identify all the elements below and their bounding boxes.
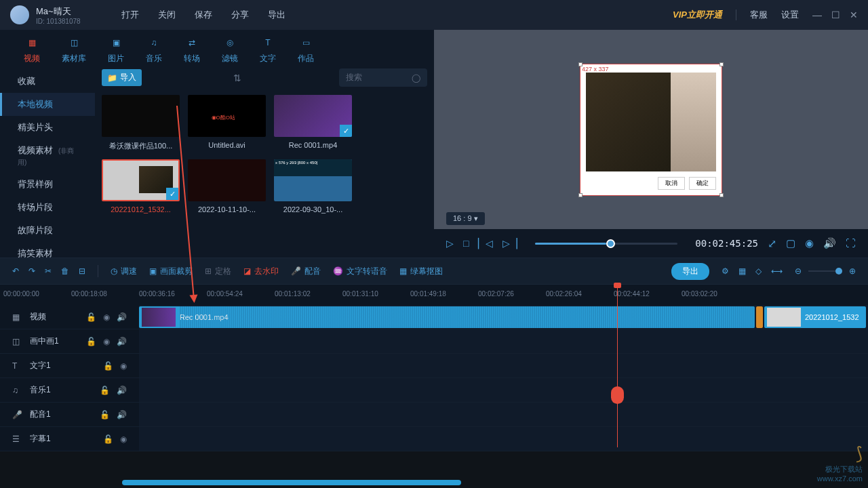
tab-transition[interactable]: ⇄转场	[184, 35, 200, 64]
lock-icon[interactable]: 🔓	[103, 361, 113, 371]
speed-button[interactable]: ◷调速	[111, 266, 137, 277]
playhead-handle[interactable]	[614, 283, 621, 288]
fullscreen-icon[interactable]: ⛶	[846, 237, 856, 249]
lock-icon[interactable]: 🔓	[103, 434, 113, 444]
cancel-button[interactable]: 取消	[658, 177, 685, 190]
tab-filter[interactable]: ◎滤镜	[222, 35, 238, 64]
media-thumb[interactable]: 2022-10-11-10-...	[188, 159, 266, 214]
audio-icon[interactable]: 🔊	[117, 386, 127, 395]
camera-icon[interactable]: ◉	[805, 237, 814, 249]
tab-music[interactable]: ♫音乐	[146, 35, 162, 64]
split-icon[interactable]: ⊟	[79, 266, 85, 276]
sidebar-item-funny[interactable]: 搞笑素材	[0, 242, 95, 265]
import-button[interactable]: 📁导入	[102, 69, 142, 86]
screen-icon[interactable]: ▢	[786, 237, 795, 249]
menu-export[interactable]: 导出	[268, 9, 285, 21]
record-marker[interactable]	[611, 386, 624, 404]
zoom-in-icon[interactable]: ⊕	[849, 266, 856, 276]
preview-canvas[interactable]: 427 x 337 取消 确定	[434, 30, 868, 229]
resize-handle[interactable]	[719, 62, 724, 66]
cut-icon[interactable]: ✂	[45, 266, 52, 276]
tab-text[interactable]: T文字	[260, 35, 276, 64]
play-icon[interactable]: ▷	[446, 238, 454, 249]
tab-works[interactable]: ▭作品	[298, 35, 314, 64]
zoom-out-icon[interactable]: ⊖	[795, 266, 802, 276]
preview-frame[interactable]: 427 x 337 取消 确定	[580, 64, 722, 196]
maximize-icon[interactable]: ☐	[831, 9, 840, 20]
stop-icon[interactable]: □	[463, 238, 469, 249]
sidebar-item-video-assets[interactable]: 视频素材(非商用)	[0, 139, 95, 173]
progress-thumb[interactable]	[606, 239, 615, 248]
gear-icon[interactable]: ⚙	[722, 266, 729, 276]
video-clip[interactable]: Rec 0001.mp4	[139, 306, 755, 328]
chroma-button[interactable]: ▦绿幕抠图	[399, 266, 443, 277]
track-content[interactable]	[139, 354, 868, 378]
sidebar-item-backgrounds[interactable]: 背景样例	[0, 173, 95, 196]
redo-icon[interactable]: ↷	[28, 266, 35, 276]
shield-icon[interactable]: ◇	[755, 266, 762, 276]
resize-handle[interactable]	[719, 193, 724, 197]
minimize-icon[interactable]: —	[812, 9, 822, 20]
avatar[interactable]	[10, 5, 29, 24]
resize-handle[interactable]	[578, 193, 583, 197]
media-thumb[interactable]: ◉O酷O站Untitled.avi	[188, 95, 266, 151]
menu-open[interactable]: 打开	[121, 9, 139, 21]
freeze-button[interactable]: ⊞定格	[205, 266, 231, 277]
sidebar-item-transitions[interactable]: 转场片段	[0, 196, 95, 219]
confirm-button[interactable]: 确定	[689, 177, 716, 190]
tab-library[interactable]: ◫素材库	[62, 35, 86, 64]
settings-link[interactable]: 设置	[781, 9, 799, 21]
menu-close[interactable]: 关闭	[158, 9, 176, 21]
sort-icon[interactable]: ⇅	[233, 73, 241, 83]
lock-icon[interactable]: 🔓	[100, 386, 110, 395]
volume-icon[interactable]: 🔊	[823, 237, 836, 249]
video-clip[interactable]: 20221012_1532	[764, 306, 866, 328]
aspect-ratio[interactable]: 16 : 9 ▾	[446, 212, 485, 225]
eye-icon[interactable]: ◉	[103, 312, 110, 322]
media-thumb[interactable]: ✓Rec 0001.mp4	[274, 95, 352, 151]
audio-icon[interactable]: 🔊	[117, 312, 127, 322]
audio-icon[interactable]: 🔊	[117, 337, 127, 346]
zoom-slider[interactable]	[808, 270, 842, 272]
lock-icon[interactable]: 🔓	[86, 337, 96, 346]
customer-service[interactable]: 客服	[750, 9, 768, 21]
fit-icon[interactable]: ⟷	[771, 266, 783, 276]
zoom-thumb[interactable]	[835, 268, 842, 274]
sidebar-item-local-video[interactable]: 本地视频	[0, 93, 95, 116]
sidebar-item-intro[interactable]: 精美片头	[0, 116, 95, 139]
eye-icon[interactable]: ◉	[120, 361, 127, 371]
grid-icon[interactable]: ▦	[738, 266, 746, 276]
undo-icon[interactable]: ↶	[12, 266, 19, 276]
audio-icon[interactable]: 🔊	[117, 410, 127, 420]
track-content[interactable]	[139, 403, 868, 426]
prev-icon[interactable]: ▏◁	[478, 238, 493, 249]
tts-button[interactable]: ♒文字转语音	[333, 266, 387, 277]
track-content[interactable]	[139, 329, 868, 353]
eye-icon[interactable]: ◉	[103, 337, 110, 346]
video-clip-gap[interactable]	[756, 306, 763, 328]
lock-icon[interactable]: 🔓	[86, 312, 96, 322]
sidebar-item-favorites[interactable]: 收藏	[0, 70, 95, 93]
export-button[interactable]: 导出	[671, 263, 709, 280]
track-content[interactable]: Rec 0001.mp4 20221012_1532	[139, 305, 868, 329]
watermark-button[interactable]: ◪去水印	[243, 266, 279, 277]
tab-image[interactable]: ▣图片	[108, 35, 124, 64]
menu-share[interactable]: 分享	[231, 9, 249, 21]
menu-save[interactable]: 保存	[195, 9, 212, 21]
media-thumb[interactable]: x 576 y 293 [800 x 450]2022-09-30_10-...	[274, 159, 352, 214]
eye-icon[interactable]: ◉	[120, 434, 127, 444]
dub-button[interactable]: 🎤配音	[291, 266, 321, 277]
close-icon[interactable]: ✕	[850, 9, 858, 20]
tab-video[interactable]: ▦视频	[24, 35, 40, 64]
resize-handle[interactable]	[578, 62, 583, 66]
next-icon[interactable]: ▷▕	[502, 238, 517, 249]
track-content[interactable]	[139, 378, 868, 402]
crop-button[interactable]: ▣画面裁剪	[149, 266, 193, 277]
progress-bar[interactable]	[535, 243, 677, 245]
media-thumb[interactable]: 希沃微课作品100...	[102, 95, 180, 151]
track-content[interactable]	[139, 427, 868, 451]
vip-link[interactable]: VIP立即开通	[673, 9, 722, 21]
search-input[interactable]: 搜索◯	[339, 68, 427, 87]
delete-icon[interactable]: 🗑	[61, 266, 69, 276]
timeline-scrollbar[interactable]	[122, 480, 461, 485]
